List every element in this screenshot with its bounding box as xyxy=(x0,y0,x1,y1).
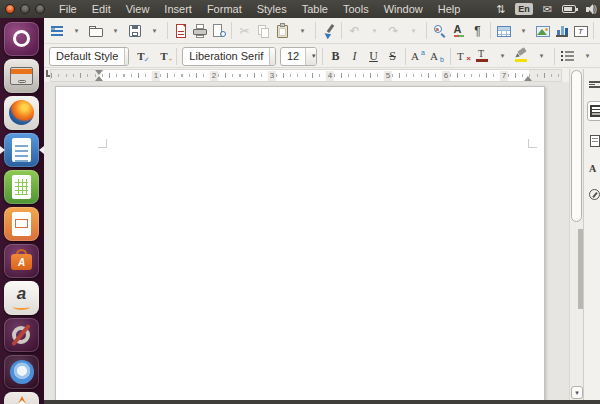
highlight-color-button[interactable] xyxy=(512,46,531,67)
clear-formatting-button[interactable]: T× xyxy=(454,46,473,67)
strikethrough-button[interactable]: S xyxy=(383,46,402,67)
font-name-combo[interactable]: Liberation Serif ▾ xyxy=(182,47,276,66)
drawer-handle xyxy=(18,80,26,83)
open-dropdown[interactable]: ▾ xyxy=(106,20,125,41)
paragraph-style-value: Default Style xyxy=(50,48,124,65)
document-page[interactable] xyxy=(55,86,545,400)
print-preview-button[interactable] xyxy=(209,20,228,41)
chevron-down-icon[interactable]: ▾ xyxy=(269,48,276,65)
keyboard-indicator[interactable]: En xyxy=(515,3,533,15)
launcher-item-amazon[interactable]: a xyxy=(4,281,39,315)
insert-image-button[interactable] xyxy=(533,20,552,41)
volume-icon[interactable]: )) xyxy=(586,4,596,15)
mail-icon[interactable]: ✉ xyxy=(543,3,552,16)
tab-navigator[interactable] xyxy=(587,185,600,205)
ruler-number: 7 xyxy=(500,71,508,81)
find-replace-button[interactable]: a xyxy=(430,20,449,41)
launcher-item-libreoffice-impress[interactable] xyxy=(4,207,39,241)
launcher-item-software-center[interactable]: A xyxy=(4,244,39,278)
save-dropdown[interactable]: ▾ xyxy=(145,20,164,41)
menu-tools[interactable]: Tools xyxy=(342,2,370,16)
tab-properties[interactable] xyxy=(587,101,600,121)
formatting-marks-button[interactable]: ¶ xyxy=(468,20,487,41)
bullets-button[interactable] xyxy=(558,46,577,67)
font-size-combo[interactable]: 12 ▾ xyxy=(280,47,317,66)
bullet-list-icon xyxy=(561,50,575,62)
launcher-item-system-settings[interactable] xyxy=(4,318,39,352)
battery-icon[interactable] xyxy=(562,5,576,13)
paste-icon xyxy=(275,23,291,39)
insert-textbox-button[interactable]: T xyxy=(571,20,590,41)
menu-help[interactable]: Help xyxy=(437,2,462,16)
paragraph-style-combo[interactable]: Default Style ▾ xyxy=(49,47,129,66)
menu-edit[interactable]: Edit xyxy=(91,2,112,16)
new-document-button[interactable] xyxy=(47,20,66,41)
maximize-button[interactable] xyxy=(35,4,45,14)
font-color-dropdown[interactable]: ▾ xyxy=(493,46,512,67)
italic-button[interactable]: I xyxy=(345,46,364,67)
paste-button[interactable] xyxy=(273,20,292,41)
close-button[interactable] xyxy=(5,4,15,14)
insert-chart-button[interactable] xyxy=(552,20,571,41)
font-size-value: 12 xyxy=(281,48,305,65)
bullets-dropdown[interactable]: ▾ xyxy=(578,46,597,67)
running-indicator-arrow xyxy=(0,146,5,154)
textbox-icon: T xyxy=(573,23,589,39)
standard-toolbar: ▾ ▾ ▾ ✂ ▾ ↶ ▾ ↷ ▾ a A ¶ xyxy=(44,18,600,44)
chevron-down-icon[interactable]: ▾ xyxy=(124,48,129,65)
right-indent-marker[interactable] xyxy=(524,76,532,81)
underline-button[interactable]: U xyxy=(364,46,383,67)
new-style-button[interactable]: T+ xyxy=(154,46,173,67)
new-document-dropdown[interactable]: ▾ xyxy=(67,20,86,41)
insert-table-dropdown[interactable]: ▾ xyxy=(514,20,533,41)
text-direction-icon[interactable]: ⇅ xyxy=(496,3,505,16)
vertical-scrollbar[interactable]: ▾ xyxy=(569,69,583,400)
scrollbar-down-button[interactable]: ▾ xyxy=(571,386,583,399)
update-style-button[interactable]: T✓ xyxy=(131,46,150,67)
menu-window[interactable]: Window xyxy=(383,2,424,16)
bold-button[interactable]: B xyxy=(326,46,345,67)
launcher-item-libreoffice-writer[interactable] xyxy=(4,133,39,167)
font-color-button[interactable]: T xyxy=(473,46,492,67)
minimize-button[interactable] xyxy=(20,4,30,14)
bold-icon: B xyxy=(331,50,339,62)
insert-table-button[interactable] xyxy=(494,20,513,41)
redo-button: ↷ xyxy=(384,20,403,41)
menu-insert[interactable]: Insert xyxy=(163,2,193,16)
export-pdf-button[interactable] xyxy=(171,20,190,41)
menu-styles[interactable]: Styles xyxy=(256,2,288,16)
highlight-color-dropdown[interactable]: ▾ xyxy=(532,46,551,67)
launcher-item-libreoffice-calc[interactable] xyxy=(4,170,39,204)
tab-page[interactable] xyxy=(587,131,600,151)
menu-view[interactable]: View xyxy=(125,2,151,16)
subscript-button[interactable]: Ab xyxy=(428,46,447,67)
open-button[interactable] xyxy=(86,20,105,41)
sidebar-tab-strip: A xyxy=(583,69,600,400)
scrollbar-thumb[interactable] xyxy=(571,70,582,222)
undo-dropdown: ▾ xyxy=(365,20,384,41)
print-button[interactable] xyxy=(190,20,209,41)
menu-table[interactable]: Table xyxy=(301,2,329,16)
chevron-down-icon[interactable]: ▾ xyxy=(305,48,317,65)
launcher-item-vlc[interactable] xyxy=(4,392,39,404)
document-area xyxy=(44,82,583,400)
sidebar-settings-button[interactable] xyxy=(587,75,600,95)
launcher-item-chromium[interactable] xyxy=(4,355,39,389)
first-line-indent-marker[interactable] xyxy=(95,70,103,75)
toolbar-separator xyxy=(405,48,406,65)
launcher-item-dash-home[interactable] xyxy=(4,22,39,56)
spelling-icon: A xyxy=(452,23,466,39)
toolbar-separator xyxy=(176,48,177,65)
launcher-item-files[interactable] xyxy=(4,59,39,93)
menu-file[interactable]: File xyxy=(58,2,78,16)
clone-formatting-button[interactable] xyxy=(319,20,338,41)
image-icon xyxy=(535,23,551,39)
superscript-button[interactable]: Aa xyxy=(409,46,428,67)
tab-styles[interactable]: A xyxy=(587,159,600,179)
save-button[interactable] xyxy=(125,20,144,41)
menu-format[interactable]: Format xyxy=(206,2,243,16)
paste-dropdown[interactable]: ▾ xyxy=(293,20,312,41)
launcher-item-firefox[interactable] xyxy=(4,96,39,130)
spelling-button[interactable]: A xyxy=(449,20,468,41)
left-indent-marker[interactable] xyxy=(95,76,103,81)
